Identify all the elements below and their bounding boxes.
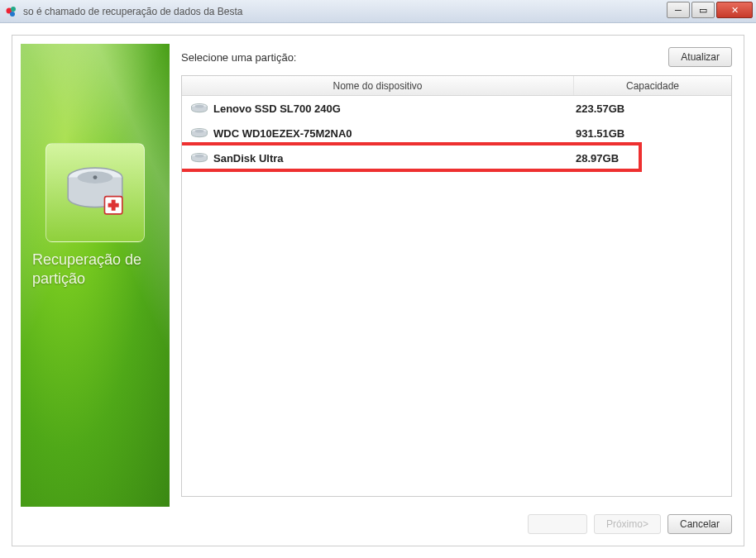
inner-frame: Recuperação de partição Selecione uma pa… — [12, 35, 744, 546]
app-window: so é chamado de recuperação de dados da … — [0, 0, 756, 558]
svg-point-5 — [93, 175, 98, 179]
device-name: WDC WD10EZEX-75M2NA0 — [210, 127, 576, 140]
device-table: Nome do dispositivo Capacidade Lenovo SS… — [181, 75, 732, 497]
svg-point-1 — [11, 7, 16, 12]
device-capacity: 223.57GB — [576, 103, 725, 115]
hard-drive-icon — [189, 151, 210, 165]
device-capacity: 931.51GB — [576, 127, 725, 140]
sidebar: Recuperação de partição — [21, 44, 170, 507]
maximize-button[interactable]: ▭ — [691, 2, 715, 18]
svg-point-12 — [195, 130, 204, 133]
window-controls: ─ ▭ ✕ — [667, 2, 753, 18]
minimize-button[interactable]: ─ — [667, 2, 690, 18]
table-row[interactable]: SanDisk Ultra28.97GB — [182, 145, 731, 170]
table-body: Lenovo SSD SL700 240G223.57GBWDC WD10EZE… — [182, 96, 731, 170]
device-name: SanDisk Ultra — [210, 152, 576, 165]
svg-point-14 — [195, 155, 204, 158]
hard-drive-icon — [189, 126, 210, 140]
instruction-text: Selecione uma partição: — [181, 51, 296, 64]
cancel-button[interactable]: Cancelar — [667, 514, 732, 534]
column-header-capacity[interactable]: Capacidade — [574, 76, 731, 95]
mode-card — [45, 143, 145, 242]
back-button — [528, 514, 587, 534]
content-area: Recuperação de partição Selecione uma pa… — [0, 23, 756, 558]
table-header: Nome do dispositivo Capacidade — [182, 76, 731, 96]
svg-rect-8 — [108, 203, 119, 207]
device-capacity: 28.97GB — [576, 152, 725, 165]
svg-point-10 — [195, 105, 204, 108]
svg-point-2 — [10, 12, 15, 17]
app-icon — [5, 5, 18, 18]
table-row[interactable]: WDC WD10EZEX-75M2NA0931.51GB — [182, 121, 731, 145]
wizard-footer: Próximo> Cancelar — [528, 514, 732, 534]
hard-drive-icon — [189, 102, 210, 115]
refresh-button[interactable]: Atualizar — [668, 47, 732, 67]
mode-label: Recuperação de partição — [32, 250, 165, 289]
main-panel: Selecione uma partição: Atualizar Nome d… — [181, 47, 732, 496]
titlebar: so é chamado de recuperação de dados da … — [0, 0, 756, 23]
window-title: so é chamado de recuperação de dados da … — [23, 6, 243, 17]
hard-drive-icon — [61, 157, 129, 228]
next-button[interactable]: Próximo> — [594, 514, 661, 534]
table-row[interactable]: Lenovo SSD SL700 240G223.57GB — [182, 96, 731, 121]
column-header-name[interactable]: Nome do dispositivo — [182, 76, 574, 95]
device-name: Lenovo SSD SL700 240G — [210, 103, 576, 115]
close-button[interactable]: ✕ — [716, 2, 753, 18]
instruction-row: Selecione uma partição: Atualizar — [181, 47, 732, 67]
